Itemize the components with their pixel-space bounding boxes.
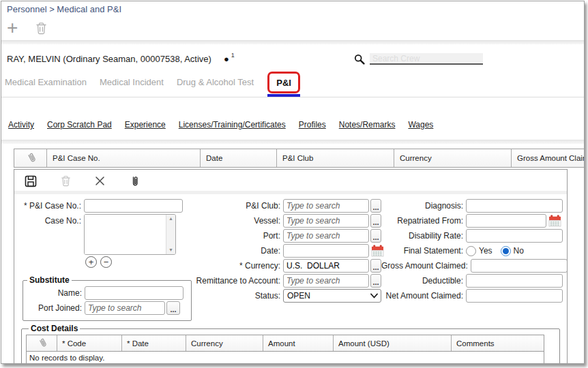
column-header-pi-case-no[interactable]: P&I Case No. xyxy=(47,149,201,167)
attach-button[interactable] xyxy=(129,175,138,187)
cost-grid-empty-message: No records to display. xyxy=(27,351,544,363)
crew-header: RAY, MELVIN (Ordinary Seaman, 00007538, … xyxy=(1,44,584,65)
delete-record-icon[interactable] xyxy=(35,22,47,35)
cost-details-fieldset: Cost Details * Code * Date Currency Amou… xyxy=(21,324,560,364)
close-icon xyxy=(95,176,105,186)
pi-club-label: P&I Club: xyxy=(196,201,283,211)
trash-icon xyxy=(35,22,47,35)
repatriated-date-picker-button[interactable] xyxy=(548,215,561,227)
cost-column-header-currency[interactable]: Currency xyxy=(186,335,263,351)
final-statement-yes-radio[interactable] xyxy=(466,246,476,256)
deductible-input[interactable] xyxy=(466,274,563,288)
tab-drug-alcohol-test[interactable]: Drug & Alcohol Test xyxy=(177,77,254,97)
diagnosis-label: Diagnosis: xyxy=(381,201,466,211)
tab-medical-examination[interactable]: Medical Examination xyxy=(5,77,87,97)
vessel-label: Vessel: xyxy=(196,216,283,226)
pi-edit-panel: * P&I Case No.: Case No.: ▲ ▼ + − xyxy=(14,169,568,364)
calendar-icon xyxy=(548,215,561,227)
repatriated-from-label: Repatriated From: xyxy=(381,216,466,226)
date-label: Date: xyxy=(196,246,283,256)
form-column-middle: P&I Club: ... Vessel: ... Port: ... Date… xyxy=(196,199,381,321)
cost-details-legend: Cost Details xyxy=(29,324,80,333)
scroll-down-icon[interactable]: ▼ xyxy=(168,247,173,253)
gross-amount-claimed-input[interactable] xyxy=(471,259,568,273)
net-amount-claimed-label: Net Amount Claimed: xyxy=(381,291,466,301)
cost-column-header-comments[interactable]: Comments xyxy=(452,335,544,351)
red-highlight-annotation: P&I xyxy=(267,72,300,93)
pi-club-lookup-button[interactable]: ... xyxy=(370,199,381,213)
cost-column-header-amount-usd[interactable]: Amount (USD) xyxy=(334,335,452,351)
search-input[interactable] xyxy=(370,53,483,65)
substitute-fieldset: Substitute Name: Port Joined: ... xyxy=(23,275,192,321)
currency-lookup-button[interactable]: ... xyxy=(370,259,381,273)
cost-details-grid: * Code * Date Currency Amount Amount (US… xyxy=(26,335,544,364)
column-header-pi-club[interactable]: P&I Club xyxy=(277,149,394,167)
add-case-button[interactable]: + xyxy=(85,256,97,268)
port-label: Port: xyxy=(196,231,283,241)
column-header-gross-amount-claimed[interactable]: Gross Amount Claimed xyxy=(512,149,585,167)
port-input[interactable] xyxy=(283,229,369,243)
date-input[interactable] xyxy=(283,244,369,258)
remittance-lookup-button[interactable]: ... xyxy=(370,274,381,288)
column-header-currency[interactable]: Currency xyxy=(394,149,512,167)
scroll-up-icon[interactable]: ▲ xyxy=(168,216,173,221)
column-header-date[interactable]: Date xyxy=(201,149,277,167)
no-label: No xyxy=(514,246,524,256)
disability-rate-input[interactable] xyxy=(466,229,563,243)
case-no-add-remove: + − xyxy=(85,256,196,270)
link-experience[interactable]: Experience xyxy=(125,120,166,129)
form-column-right: Diagnosis: Repatriated From: xyxy=(381,199,567,321)
repatriated-from-input[interactable] xyxy=(466,214,546,228)
form-column-left: * P&I Case No.: Case No.: ▲ ▼ + − xyxy=(14,199,196,321)
substitute-legend: Substitute xyxy=(27,275,72,285)
pi-club-input[interactable] xyxy=(283,199,369,213)
add-record-icon[interactable]: + xyxy=(7,21,18,35)
status-count-badge: 1 xyxy=(231,52,235,59)
pi-case-no-input[interactable] xyxy=(84,199,183,213)
tab-medical-incident[interactable]: Medical Incident xyxy=(100,77,164,97)
cost-column-header-amount[interactable]: Amount xyxy=(263,335,334,351)
link-profiles[interactable]: Profiles xyxy=(299,120,326,129)
port-lookup-button[interactable]: ... xyxy=(370,229,381,243)
save-button[interactable] xyxy=(25,175,37,187)
search-icon[interactable] xyxy=(354,54,365,65)
trash-icon xyxy=(61,175,71,187)
case-no-textarea-box: ▲ ▼ xyxy=(84,214,176,255)
cost-attachment-column-header[interactable] xyxy=(27,335,57,351)
final-statement-no-radio[interactable] xyxy=(501,246,511,256)
cost-column-header-code[interactable]: * Code xyxy=(57,335,122,351)
remove-case-button[interactable]: − xyxy=(100,256,112,268)
tab-pi[interactable]: P&I xyxy=(276,78,291,88)
remittance-label: Remittance to Account: xyxy=(196,276,283,286)
active-tab-indicator xyxy=(267,94,300,97)
section-divider xyxy=(1,140,584,144)
final-statement-label: Final Statement: xyxy=(381,246,466,256)
link-licenses-training-certificates[interactable]: Licenses/Training/Certificates xyxy=(179,120,286,129)
port-joined-input[interactable] xyxy=(85,301,165,315)
diagnosis-input[interactable] xyxy=(466,199,563,213)
remittance-input[interactable] xyxy=(283,274,369,288)
breadcrumb[interactable]: Personnel > Medical and P&I xyxy=(1,1,584,14)
net-amount-claimed-input[interactable] xyxy=(466,289,563,303)
section-links: Activity Corp Scratch Pad Experience Lic… xyxy=(1,97,584,140)
link-corp-scratch-pad[interactable]: Corp Scratch Pad xyxy=(47,120,112,129)
edit-toolbar xyxy=(14,170,567,191)
delete-button[interactable] xyxy=(61,175,71,187)
paperclip-icon xyxy=(35,337,48,350)
link-wages[interactable]: Wages xyxy=(408,120,433,129)
cancel-button[interactable] xyxy=(95,176,105,186)
vessel-lookup-button[interactable]: ... xyxy=(370,214,381,228)
case-no-label: Case No.: xyxy=(14,214,84,226)
substitute-name-input[interactable] xyxy=(85,286,183,300)
link-notes-remarks[interactable]: Notes/Remarks xyxy=(339,120,396,129)
crew-search xyxy=(354,53,483,65)
link-activity[interactable]: Activity xyxy=(8,120,34,129)
attachment-column-header[interactable] xyxy=(14,149,47,167)
cost-column-header-date[interactable]: * Date xyxy=(122,335,186,351)
port-joined-lookup-button[interactable]: ... xyxy=(166,301,180,315)
case-no-textarea[interactable] xyxy=(85,215,166,254)
vessel-input[interactable] xyxy=(283,214,369,228)
status-select[interactable]: OPEN xyxy=(283,289,381,303)
textarea-scrollbar[interactable]: ▲ ▼ xyxy=(166,215,175,254)
currency-input[interactable] xyxy=(283,259,369,273)
